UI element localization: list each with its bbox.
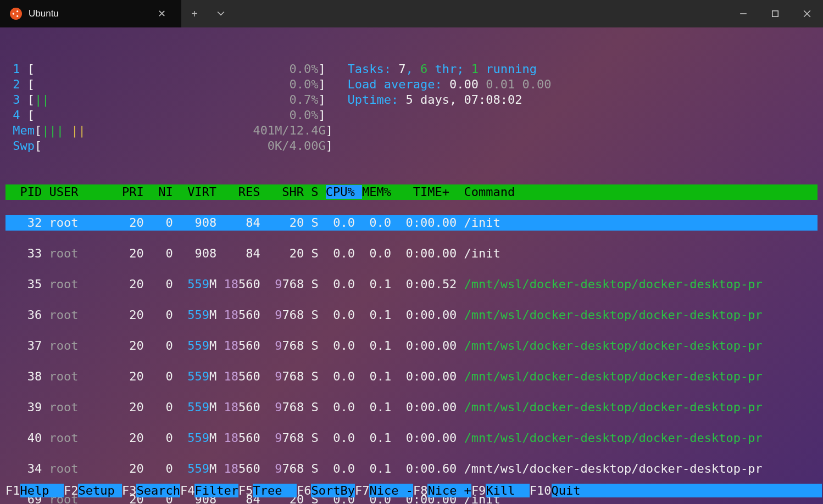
tab-dropdown-button[interactable] <box>208 0 234 27</box>
svg-point-3 <box>16 15 18 17</box>
ubuntu-icon <box>10 8 22 20</box>
process-header[interactable]: PID USER PRI NI VIRT RES SHR S CPU% MEM%… <box>5 184 818 200</box>
fkey-F7[interactable]: Nice - <box>369 484 413 497</box>
process-row[interactable]: 40 root 20 0 559M 18560 9768 S 0.0 0.1 0… <box>5 430 818 446</box>
cpu-meter-2: 2 [ 0.0%] Load average: 0.00 0.01 0.00 <box>5 77 818 92</box>
fkey-F4[interactable]: Filter <box>194 484 238 497</box>
process-row[interactable]: 34 root 20 0 559M 18560 9768 S 0.0 0.1 0… <box>5 461 818 477</box>
cpu-meter-4: 4 [ 0.0%] <box>5 108 818 123</box>
process-row[interactable]: 38 root 20 0 559M 18560 9768 S 0.0 0.1 0… <box>5 369 818 384</box>
fkey-F6[interactable]: SortBy <box>311 484 354 497</box>
swp-meter: Swp[ 0K/4.00G] <box>5 138 818 154</box>
tab-close-button[interactable]: ✕ <box>152 4 171 24</box>
svg-point-1 <box>13 13 14 14</box>
cpu-meters: 1 [ 0.0%] Tasks: 7, 6 thr; 1 running 2 [… <box>5 61 818 169</box>
fkey-F9[interactable]: Kill <box>486 484 529 497</box>
process-row[interactable]: 33 root 20 0 908 84 20 S 0.0 0.0 0:00.00… <box>5 246 818 261</box>
maximize-button[interactable] <box>759 0 791 27</box>
fkey-F5[interactable]: Tree <box>253 484 296 497</box>
process-row[interactable]: 35 root 20 0 559M 18560 9768 S 0.0 0.1 0… <box>5 277 818 292</box>
process-row[interactable]: 32 root 20 0 908 84 20 S 0.0 0.0 0:00.00… <box>5 215 818 231</box>
mem-meter: Mem[||| || 401M/12.4G] <box>5 123 818 138</box>
svg-point-2 <box>16 10 18 12</box>
process-row[interactable]: 37 root 20 0 559M 18560 9768 S 0.0 0.1 0… <box>5 338 818 354</box>
cpu-meter-1: 1 [ 0.0%] Tasks: 7, 6 thr; 1 running <box>5 61 818 77</box>
function-key-bar: F1Help F2Setup F3SearchF4FilterF5Tree F6… <box>0 483 823 499</box>
terminal-tab[interactable]: Ubuntu ✕ <box>0 0 181 27</box>
svg-rect-5 <box>772 11 778 17</box>
fkey-F10[interactable]: Quit <box>552 484 595 497</box>
process-list: 32 root 20 0 908 84 20 S 0.0 0.0 0:00.00… <box>5 215 818 504</box>
window-titlebar: Ubuntu ✕ + <box>0 0 823 27</box>
new-tab-button[interactable]: + <box>181 0 208 27</box>
tab-title: Ubuntu <box>29 6 146 21</box>
fkey-F3[interactable]: Search <box>136 484 180 497</box>
cpu-meter-3: 3 [|| 0.7%] Uptime: 5 days, 07:08:02 <box>5 92 818 108</box>
minimize-button[interactable] <box>727 0 759 27</box>
process-row[interactable]: 36 root 20 0 559M 18560 9768 S 0.0 0.1 0… <box>5 307 818 323</box>
fkey-F8[interactable]: Nice + <box>427 484 471 497</box>
fkey-F2[interactable]: Setup <box>78 484 121 497</box>
fkey-F1[interactable]: Help <box>20 484 64 497</box>
terminal-output[interactable]: 1 [ 0.0%] Tasks: 7, 6 thr; 1 running 2 [… <box>0 27 823 504</box>
process-row[interactable]: 39 root 20 0 559M 18560 9768 S 0.0 0.1 0… <box>5 400 818 415</box>
window-controls <box>727 0 823 27</box>
close-button[interactable] <box>791 0 823 27</box>
